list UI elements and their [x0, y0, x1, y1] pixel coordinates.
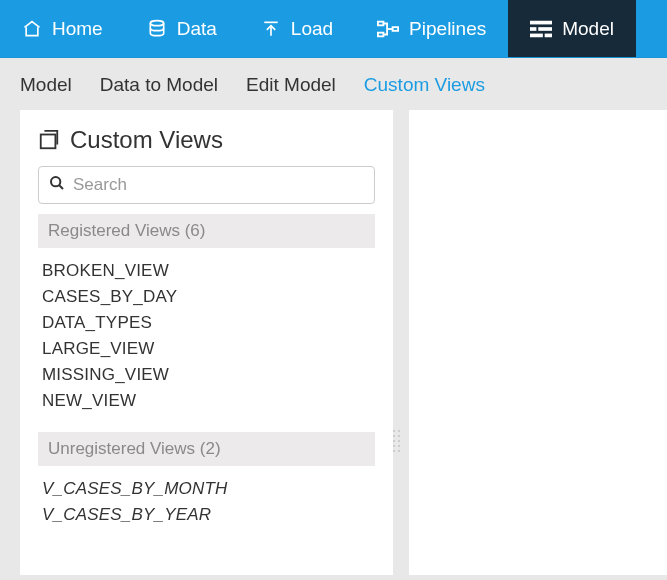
unregistered-list: V_CASES_BY_MONTH V_CASES_BY_YEAR	[38, 476, 375, 546]
list-item[interactable]: NEW_VIEW	[42, 388, 371, 414]
svg-rect-9	[41, 135, 56, 149]
list-item[interactable]: V_CASES_BY_MONTH	[42, 476, 371, 502]
svg-rect-6	[538, 27, 552, 31]
registered-list: BROKEN_VIEW CASES_BY_DAY DATA_TYPES LARG…	[38, 258, 375, 432]
upload-icon	[261, 19, 281, 39]
list-item[interactable]: BROKEN_VIEW	[42, 258, 371, 284]
sub-nav: Model Data to Model Edit Model Custom Vi…	[0, 58, 667, 110]
search-icon	[49, 175, 65, 195]
nav-data-label: Data	[177, 18, 217, 40]
detail-panel	[409, 110, 667, 575]
svg-rect-4	[530, 20, 552, 24]
list-item[interactable]: MISSING_VIEW	[42, 362, 371, 388]
home-icon	[22, 19, 42, 39]
svg-point-0	[150, 20, 163, 25]
registered-header: Registered Views (6)	[38, 214, 375, 248]
svg-rect-5	[530, 27, 536, 31]
list-item[interactable]: DATA_TYPES	[42, 310, 371, 336]
views-icon	[38, 129, 60, 151]
svg-rect-3	[393, 27, 399, 31]
resize-handle[interactable]	[393, 430, 400, 452]
tab-custom-views[interactable]: Custom Views	[364, 74, 485, 96]
nav-load[interactable]: Load	[239, 0, 355, 57]
unregistered-header: Unregistered Views (2)	[38, 432, 375, 466]
search-input[interactable]	[73, 175, 364, 195]
list-item[interactable]: V_CASES_BY_YEAR	[42, 502, 371, 528]
panel-title: Custom Views	[38, 126, 375, 154]
panel-title-text: Custom Views	[70, 126, 223, 154]
svg-rect-2	[378, 32, 384, 36]
tab-data-to-model[interactable]: Data to Model	[100, 74, 218, 96]
nav-home[interactable]: Home	[0, 0, 125, 57]
content-area: Custom Views Registered Views (6) BROKEN…	[0, 110, 667, 575]
svg-rect-8	[545, 33, 552, 37]
nav-data[interactable]: Data	[125, 0, 239, 57]
list-item[interactable]: LARGE_VIEW	[42, 336, 371, 362]
tab-model[interactable]: Model	[20, 74, 72, 96]
nav-pipelines-label: Pipelines	[409, 18, 486, 40]
views-panel: Custom Views Registered Views (6) BROKEN…	[20, 110, 393, 575]
svg-rect-7	[530, 33, 543, 37]
nav-pipelines[interactable]: Pipelines	[355, 0, 508, 57]
database-icon	[147, 19, 167, 39]
model-icon	[530, 20, 552, 38]
nav-load-label: Load	[291, 18, 333, 40]
svg-rect-1	[378, 21, 384, 25]
nav-model-label: Model	[562, 18, 614, 40]
pipelines-icon	[377, 19, 399, 39]
top-nav: Home Data Load Pipelines Model	[0, 0, 667, 58]
nav-home-label: Home	[52, 18, 103, 40]
nav-model[interactable]: Model	[508, 0, 636, 57]
svg-point-10	[51, 177, 60, 186]
search-container	[38, 166, 375, 204]
list-item[interactable]: CASES_BY_DAY	[42, 284, 371, 310]
tab-edit-model[interactable]: Edit Model	[246, 74, 336, 96]
